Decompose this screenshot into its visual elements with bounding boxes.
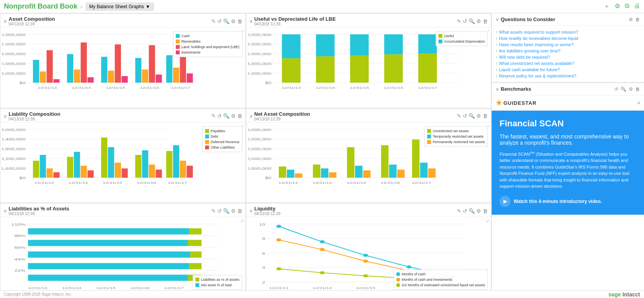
chart-title-net-asset: Net Asset Composition xyxy=(254,111,457,117)
svg-rect-15 xyxy=(53,79,60,83)
chart-body-liquidity: ⤢ 10 8 6 4 2 xyxy=(246,217,491,298)
add-icon[interactable]: ＋ xyxy=(604,2,610,11)
settings-icon[interactable]: ⚙ xyxy=(615,2,620,11)
question-item-1[interactable]: What assets required to support mission? xyxy=(496,29,640,35)
refresh-icon[interactable]: ↺ xyxy=(217,18,222,24)
collapse-net-asset-btn[interactable]: ∨ xyxy=(249,113,253,119)
gear-icon[interactable]: ⚙ xyxy=(476,113,481,119)
delete-icon[interactable]: 🗑 xyxy=(483,113,488,119)
legend-liquidity: Months of cash Months of cash and invest… xyxy=(393,269,488,290)
svg-text:2: 2 xyxy=(262,280,265,284)
svg-rect-29 xyxy=(149,45,155,83)
print-icon[interactable]: 🖨 xyxy=(634,2,640,11)
delete-icon[interactable]: 🗑 xyxy=(483,18,488,24)
legend-useful: Useful Accumulated Depreciation xyxy=(436,31,488,46)
collapse-asset-btn[interactable]: ∨ xyxy=(4,18,7,24)
search-icon[interactable]: 🔍 xyxy=(621,86,626,92)
delete-icon[interactable]: 🗑 xyxy=(237,113,242,119)
svg-rect-148 xyxy=(190,251,202,258)
watch-video-link[interactable]: ▶ Watch this 4-minute introductory video… xyxy=(500,196,636,207)
collapse-liability-btn[interactable]: ∨ xyxy=(4,113,7,119)
search-icon[interactable]: 🔍 xyxy=(469,18,475,24)
question-item-3[interactable]: Have results been improving or worse? xyxy=(496,41,640,48)
edit-icon[interactable]: ✎ xyxy=(457,113,461,119)
gear-icon[interactable]: ⚙ xyxy=(629,86,633,92)
edit-icon[interactable]: ✎ xyxy=(457,208,461,214)
refresh-icon[interactable]: ↺ xyxy=(463,18,467,24)
question-item-8[interactable]: Reserve policy for use & replenishment? xyxy=(496,73,640,79)
expand-icon[interactable]: ⤢ xyxy=(240,219,244,224)
gear-icon[interactable]: ⚙ xyxy=(476,18,481,24)
edit-icon[interactable]: ✎ xyxy=(211,113,216,119)
delete-icon[interactable]: 🗑 xyxy=(237,208,242,214)
gear-icon[interactable]: ⚙ xyxy=(476,208,481,214)
svg-text:66%: 66% xyxy=(14,246,26,250)
gear-icon[interactable]: ⚙ xyxy=(231,113,236,119)
svg-rect-147 xyxy=(28,251,191,258)
question-item-5[interactable]: Will new debt be required? xyxy=(496,54,640,60)
refresh-icon[interactable]: ↺ xyxy=(463,208,467,214)
edit-icon[interactable]: ✎ xyxy=(457,18,461,24)
svg-rect-117 xyxy=(313,164,320,178)
hamburger-menu-icon[interactable]: ≡ xyxy=(637,100,640,106)
svg-rect-24 xyxy=(115,45,121,83)
svg-point-170 xyxy=(363,254,368,257)
svg-text:$0: $0 xyxy=(19,81,25,85)
edit-icon[interactable]: ✎ xyxy=(211,18,216,24)
search-icon[interactable]: 🔍 xyxy=(469,208,475,214)
guidestar-star-icon: ★ xyxy=(496,99,502,107)
svg-rect-22 xyxy=(101,57,107,83)
gear-icon[interactable]: ⚙ xyxy=(231,18,236,24)
delete-icon[interactable]: 🗑 xyxy=(635,86,640,92)
svg-rect-18 xyxy=(74,70,80,83)
search-icon[interactable]: 🔍 xyxy=(469,113,475,119)
delete-icon[interactable]: 🗑 xyxy=(237,18,242,24)
collapse-liquidity-btn[interactable]: ∨ xyxy=(249,208,253,214)
svg-rect-127 xyxy=(397,169,404,178)
question-item-6[interactable]: What unrestricted net assets available? xyxy=(496,60,640,66)
expand-icon[interactable]: ⤢ xyxy=(486,219,489,224)
questions-section: ∨ Questions to Consider ⚙ 🗑 What assets … xyxy=(492,13,644,83)
search-icon[interactable]: 🔍 xyxy=(223,18,229,24)
refresh-icon[interactable]: ↺ xyxy=(217,113,222,119)
svg-rect-99 xyxy=(187,165,193,178)
collapse-questions-btn[interactable]: ∨ xyxy=(496,17,499,22)
search-icon[interactable]: 🔍 xyxy=(223,208,229,214)
question-item-2[interactable]: How readily do receivables become liquid xyxy=(496,35,640,41)
view-dropdown[interactable]: My Balance Sheet Graphs ▼ xyxy=(86,3,154,11)
gear-icon[interactable]: ⚙ xyxy=(231,208,236,214)
play-icon: ▶ xyxy=(500,196,511,207)
delete-icon[interactable]: 🗑 xyxy=(635,17,640,22)
delete-icon[interactable]: 🗑 xyxy=(483,208,488,214)
search-icon[interactable]: 🔍 xyxy=(223,113,229,119)
svg-rect-113 xyxy=(279,166,286,178)
refresh-icon[interactable]: ↺ xyxy=(614,86,618,92)
svg-rect-91 xyxy=(135,155,141,178)
chart-liquidity: ∨ Liquidity 04/13/18 12:39 ✎ ↺ 🔍 ⚙ 🗑 ⤢ 1… xyxy=(246,203,492,298)
chart-controls-liquidity: ✎ ↺ 🔍 ⚙ 🗑 xyxy=(457,208,488,214)
charts-area: ∨ Asset Composition 04/13/18 12:39 ✎ ↺ 🔍… xyxy=(0,13,491,298)
collapse-liab-pct-btn[interactable]: ∨ xyxy=(4,208,7,214)
svg-text:12/31/14: 12/31/14 xyxy=(316,86,335,90)
gear-icon[interactable]: ⚙ xyxy=(629,17,633,22)
refresh-icon[interactable]: ↺ xyxy=(463,113,467,119)
financial-scan-box: Financial SCAN The fastest, easiest, and… xyxy=(492,111,644,215)
chart-date-net-asset: 04/13/18 12:39 xyxy=(254,117,457,121)
question-item-4[interactable]: Are liabilities growing over time? xyxy=(496,48,640,54)
svg-rect-151 xyxy=(28,275,188,281)
copy-icon[interactable]: ⧉ xyxy=(625,2,629,11)
collapse-useful-btn[interactable]: ∨ xyxy=(249,18,253,24)
svg-rect-126 xyxy=(389,164,397,178)
svg-text:12/31/16: 12/31/16 xyxy=(381,181,400,184)
refresh-icon[interactable]: ↺ xyxy=(217,208,222,214)
svg-text:12/31/14: 12/31/14 xyxy=(72,86,91,90)
svg-text:12/31/15: 12/31/15 xyxy=(356,286,375,290)
svg-text:$8,000,000: $8,000,000 xyxy=(2,71,26,75)
chart-controls-liab-pct: ✎ ↺ 🔍 ⚙ 🗑 xyxy=(211,208,242,214)
chart-date-liab-pct: 04/13/18 12:39 xyxy=(9,212,211,216)
copyright-text: Copyright 1999-2018 Sage Intacct, Inc. xyxy=(4,292,72,296)
edit-icon[interactable]: ✎ xyxy=(211,208,216,214)
svg-rect-56 xyxy=(350,56,369,83)
question-item-7[interactable]: Liquid cash available for future? xyxy=(496,66,640,73)
collapse-benchmarks-btn[interactable]: ∨ xyxy=(496,86,499,92)
